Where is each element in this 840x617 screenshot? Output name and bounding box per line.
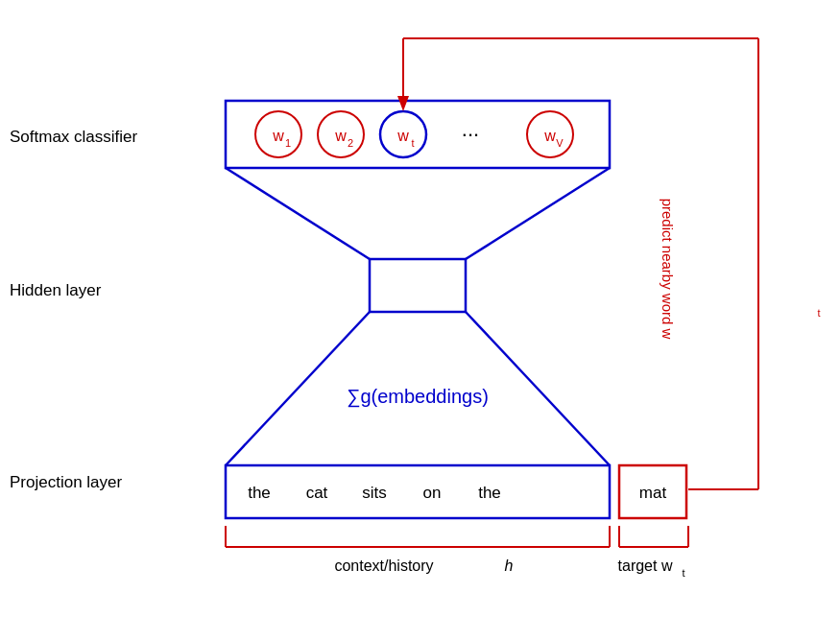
target-word-mat: mat xyxy=(639,484,667,502)
word-subscript-w1: 1 xyxy=(285,137,291,149)
hidden-layer-label: Hidden layer xyxy=(10,281,102,299)
context-word-the2: the xyxy=(478,484,501,502)
word-subscript-wt: t xyxy=(411,137,414,149)
word-label-w1: w xyxy=(272,128,284,144)
context-word-on: on xyxy=(423,484,442,502)
context-word-cat: cat xyxy=(306,484,328,502)
context-word-sits: sits xyxy=(362,484,387,502)
context-history-label: context/history xyxy=(334,558,433,574)
word-label-wt: w xyxy=(396,128,409,144)
word-dots: ··· xyxy=(462,122,479,146)
diagram-container: Softmax classifier Hidden layer Projecti… xyxy=(0,0,840,617)
funnel-left xyxy=(226,168,370,259)
hidden-layer-box xyxy=(370,259,466,312)
sum-embeddings-label: ∑g(embeddings) xyxy=(347,386,489,408)
target-label: target w xyxy=(618,558,673,574)
predict-nearby-label: predict nearby word w xyxy=(660,199,676,340)
softmax-label: Softmax classifier xyxy=(10,128,138,146)
funnel-right xyxy=(466,168,610,259)
word-subscript-w2: 2 xyxy=(348,137,353,149)
target-subscript: t xyxy=(682,567,684,579)
predict-subscript: t xyxy=(817,307,820,319)
projection-box xyxy=(226,465,610,518)
word-subscript-wV: V xyxy=(556,137,564,149)
context-word-the1: the xyxy=(248,484,271,502)
word-label-w2: w xyxy=(334,128,347,144)
projection-layer-label: Projection layer xyxy=(10,473,123,491)
word-label-wV: w xyxy=(543,128,556,144)
context-h-label: h xyxy=(505,558,514,574)
